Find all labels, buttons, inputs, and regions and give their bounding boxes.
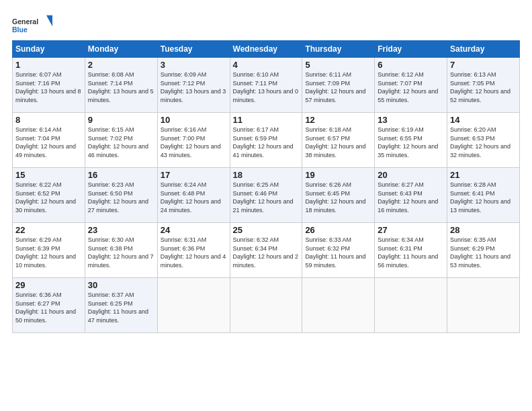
header-thursday: Thursday bbox=[302, 41, 375, 58]
day-number: 8 bbox=[15, 115, 82, 125]
day-number: 15 bbox=[15, 170, 82, 180]
day-info: Sunrise: 6:28 AMSunset: 6:41 PMDaylight:… bbox=[450, 181, 511, 214]
day-info: Sunrise: 6:11 AMSunset: 7:09 PMDaylight:… bbox=[305, 71, 365, 103]
header-wednesday: Wednesday bbox=[230, 41, 302, 58]
day-number: 4 bbox=[233, 60, 300, 70]
day-info: Sunrise: 6:32 AMSunset: 6:34 PMDaylight:… bbox=[233, 236, 299, 269]
day-cell-22: 22 Sunrise: 6:29 AMSunset: 6:39 PMDaylig… bbox=[13, 223, 85, 278]
day-number: 16 bbox=[88, 170, 154, 180]
day-number: 5 bbox=[305, 60, 371, 70]
day-info: Sunrise: 6:23 AMSunset: 6:50 PMDaylight:… bbox=[88, 181, 148, 214]
svg-text:Blue: Blue bbox=[12, 26, 28, 34]
day-number: 14 bbox=[450, 115, 517, 125]
day-info: Sunrise: 6:09 AMSunset: 7:12 PMDaylight:… bbox=[161, 71, 226, 103]
svg-marker-2 bbox=[46, 15, 52, 27]
day-cell-28: 28 Sunrise: 6:35 AMSunset: 6:29 PMDaylig… bbox=[447, 223, 520, 278]
header-monday: Monday bbox=[85, 41, 157, 58]
day-info: Sunrise: 6:35 AMSunset: 6:29 PMDaylight:… bbox=[450, 236, 511, 269]
day-cell-24: 24 Sunrise: 6:31 AMSunset: 6:36 PMDaylig… bbox=[157, 223, 230, 278]
day-number: 12 bbox=[305, 115, 371, 125]
day-info: Sunrise: 6:18 AMSunset: 6:57 PMDaylight:… bbox=[305, 126, 365, 158]
day-info: Sunrise: 6:14 AMSunset: 7:04 PMDaylight:… bbox=[15, 126, 76, 158]
day-number: 17 bbox=[161, 170, 227, 180]
day-cell-30: 30 Sunrise: 6:37 AMSunset: 6:25 PMDaylig… bbox=[85, 278, 157, 333]
svg-text:General: General bbox=[12, 17, 38, 26]
empty-cell bbox=[157, 278, 230, 333]
day-info: Sunrise: 6:19 AMSunset: 6:55 PMDaylight:… bbox=[378, 126, 438, 158]
day-number: 19 bbox=[305, 170, 371, 180]
day-number: 2 bbox=[88, 60, 154, 70]
week-row-5: 29 Sunrise: 6:36 AMSunset: 6:27 PMDaylig… bbox=[13, 278, 520, 333]
day-cell-23: 23 Sunrise: 6:30 AMSunset: 6:38 PMDaylig… bbox=[85, 223, 157, 278]
day-info: Sunrise: 6:36 AMSunset: 6:27 PMDaylight:… bbox=[15, 291, 76, 324]
day-number: 25 bbox=[233, 225, 300, 235]
empty-cell bbox=[302, 278, 375, 333]
day-cell-12: 12 Sunrise: 6:18 AMSunset: 6:57 PMDaylig… bbox=[302, 113, 375, 168]
day-number: 9 bbox=[88, 115, 154, 125]
day-info: Sunrise: 6:12 AMSunset: 7:07 PMDaylight:… bbox=[378, 71, 438, 103]
day-cell-4: 4 Sunrise: 6:10 AMSunset: 7:11 PMDayligh… bbox=[230, 58, 302, 113]
day-cell-6: 6 Sunrise: 6:12 AMSunset: 7:07 PMDayligh… bbox=[375, 58, 447, 113]
day-info: Sunrise: 6:16 AMSunset: 7:00 PMDaylight:… bbox=[161, 126, 221, 158]
day-number: 27 bbox=[378, 225, 444, 235]
day-number: 28 bbox=[450, 225, 517, 235]
day-number: 18 bbox=[233, 170, 300, 180]
day-info: Sunrise: 6:24 AMSunset: 6:48 PMDaylight:… bbox=[161, 181, 221, 214]
day-cell-25: 25 Sunrise: 6:32 AMSunset: 6:34 PMDaylig… bbox=[230, 223, 302, 278]
day-info: Sunrise: 6:30 AMSunset: 6:38 PMDaylight:… bbox=[88, 236, 154, 269]
day-info: Sunrise: 6:37 AMSunset: 6:25 PMDaylight:… bbox=[88, 291, 148, 324]
day-info: Sunrise: 6:07 AMSunset: 7:16 PMDaylight:… bbox=[15, 71, 81, 103]
week-row-1: 1 Sunrise: 6:07 AMSunset: 7:16 PMDayligh… bbox=[13, 58, 520, 113]
day-cell-2: 2 Sunrise: 6:08 AMSunset: 7:14 PMDayligh… bbox=[85, 58, 157, 113]
day-number: 6 bbox=[378, 60, 444, 70]
logo: General Blue bbox=[12, 12, 52, 38]
day-info: Sunrise: 6:26 AMSunset: 6:45 PMDaylight:… bbox=[305, 181, 365, 214]
day-cell-14: 14 Sunrise: 6:20 AMSunset: 6:53 PMDaylig… bbox=[447, 113, 520, 168]
day-cell-13: 13 Sunrise: 6:19 AMSunset: 6:55 PMDaylig… bbox=[375, 113, 447, 168]
day-number: 23 bbox=[88, 225, 154, 235]
day-cell-7: 7 Sunrise: 6:13 AMSunset: 7:05 PMDayligh… bbox=[447, 58, 520, 113]
day-info: Sunrise: 6:33 AMSunset: 6:32 PMDaylight:… bbox=[305, 236, 365, 269]
day-cell-8: 8 Sunrise: 6:14 AMSunset: 7:04 PMDayligh… bbox=[13, 113, 85, 168]
day-cell-1: 1 Sunrise: 6:07 AMSunset: 7:16 PMDayligh… bbox=[13, 58, 85, 113]
day-cell-21: 21 Sunrise: 6:28 AMSunset: 6:41 PMDaylig… bbox=[447, 168, 520, 223]
day-number: 29 bbox=[15, 280, 82, 290]
calendar-table: SundayMondayTuesdayWednesdayThursdayFrid… bbox=[12, 40, 520, 333]
day-info: Sunrise: 6:25 AMSunset: 6:46 PMDaylight:… bbox=[233, 181, 294, 214]
day-number: 30 bbox=[88, 280, 154, 290]
header-friday: Friday bbox=[375, 41, 447, 58]
day-number: 1 bbox=[15, 60, 82, 70]
day-cell-15: 15 Sunrise: 6:22 AMSunset: 6:52 PMDaylig… bbox=[13, 168, 85, 223]
day-number: 22 bbox=[15, 225, 82, 235]
calendar-header: SundayMondayTuesdayWednesdayThursdayFrid… bbox=[13, 41, 520, 58]
day-cell-10: 10 Sunrise: 6:16 AMSunset: 7:00 PMDaylig… bbox=[157, 113, 230, 168]
day-cell-27: 27 Sunrise: 6:34 AMSunset: 6:31 PMDaylig… bbox=[375, 223, 447, 278]
day-info: Sunrise: 6:17 AMSunset: 6:59 PMDaylight:… bbox=[233, 126, 294, 158]
day-info: Sunrise: 6:08 AMSunset: 7:14 PMDaylight:… bbox=[88, 71, 154, 103]
day-number: 26 bbox=[305, 225, 371, 235]
day-info: Sunrise: 6:20 AMSunset: 6:53 PMDaylight:… bbox=[450, 126, 511, 158]
day-cell-26: 26 Sunrise: 6:33 AMSunset: 6:32 PMDaylig… bbox=[302, 223, 375, 278]
day-info: Sunrise: 6:27 AMSunset: 6:43 PMDaylight:… bbox=[378, 181, 438, 214]
day-info: Sunrise: 6:10 AMSunset: 7:11 PMDaylight:… bbox=[233, 71, 299, 103]
header-tuesday: Tuesday bbox=[157, 41, 230, 58]
day-info: Sunrise: 6:15 AMSunset: 7:02 PMDaylight:… bbox=[88, 126, 148, 158]
day-cell-5: 5 Sunrise: 6:11 AMSunset: 7:09 PMDayligh… bbox=[302, 58, 375, 113]
day-cell-19: 19 Sunrise: 6:26 AMSunset: 6:45 PMDaylig… bbox=[302, 168, 375, 223]
day-cell-17: 17 Sunrise: 6:24 AMSunset: 6:48 PMDaylig… bbox=[157, 168, 230, 223]
day-number: 13 bbox=[378, 115, 444, 125]
day-cell-16: 16 Sunrise: 6:23 AMSunset: 6:50 PMDaylig… bbox=[85, 168, 157, 223]
header-saturday: Saturday bbox=[447, 41, 520, 58]
empty-cell bbox=[447, 278, 520, 333]
empty-cell bbox=[230, 278, 302, 333]
day-cell-3: 3 Sunrise: 6:09 AMSunset: 7:12 PMDayligh… bbox=[157, 58, 230, 113]
day-info: Sunrise: 6:13 AMSunset: 7:05 PMDaylight:… bbox=[450, 71, 511, 103]
empty-cell bbox=[375, 278, 447, 333]
day-info: Sunrise: 6:31 AMSunset: 6:36 PMDaylight:… bbox=[161, 236, 226, 269]
day-cell-11: 11 Sunrise: 6:17 AMSunset: 6:59 PMDaylig… bbox=[230, 113, 302, 168]
day-number: 3 bbox=[161, 60, 227, 70]
day-cell-29: 29 Sunrise: 6:36 AMSunset: 6:27 PMDaylig… bbox=[13, 278, 85, 333]
day-number: 20 bbox=[378, 170, 444, 180]
day-number: 21 bbox=[450, 170, 517, 180]
header-sunday: Sunday bbox=[13, 41, 85, 58]
